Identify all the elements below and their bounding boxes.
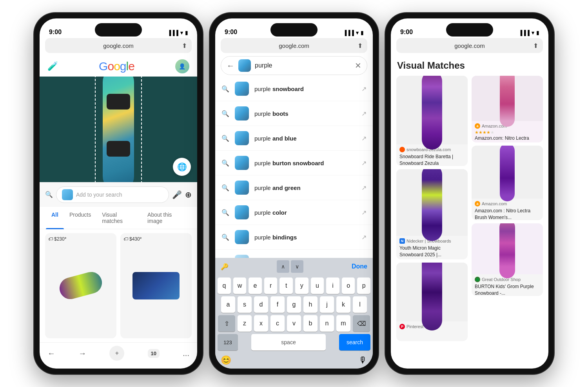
key-m[interactable]: m — [336, 315, 350, 332]
suggestion-2[interactable]: 🔍 purple and blue ↗ — [215, 126, 373, 151]
vm-title-right-2: BURTON Kids' Grom Purple Snowboard -... — [475, 283, 540, 296]
keyboard-row-1: q w e r t y u i o p — [215, 277, 373, 294]
tab-all[interactable]: All — [46, 207, 64, 229]
key-w[interactable]: w — [233, 277, 247, 294]
search-text[interactable]: purple — [255, 62, 351, 69]
snowboard-main — [103, 77, 134, 182]
key-g[interactable]: g — [287, 296, 301, 313]
key-z[interactable]: z — [238, 315, 252, 332]
keyboard-toolbar: 🔑 ∧ ∨ Done — [215, 258, 373, 275]
visual-matches-content: Visual Matches snowboard-zezula.com — [391, 56, 548, 369]
active-search-bar[interactable]: ← purple ✕ — [221, 56, 367, 75]
arrow-icon-3: ↗ — [361, 159, 367, 167]
lens-icon[interactable]: ⊕ — [185, 190, 192, 199]
done-button[interactable]: Done — [352, 263, 367, 270]
key-space[interactable]: space — [251, 334, 326, 350]
lens-search-input[interactable]: Add to your search — [56, 186, 169, 203]
vm-title-right-1: Amazon.com : Nitro Lectra Brush Women's.… — [475, 208, 540, 220]
tab-about[interactable]: About this image — [142, 207, 191, 229]
product-card-2[interactable]: 🏷 $430* — [120, 233, 192, 339]
suggestion-0[interactable]: 🔍 purple snowboard ↗ — [215, 77, 373, 101]
vm-item-right-1[interactable]: a Amazon.com Amazon.com : Nitro Lectra B… — [472, 146, 543, 220]
key-l[interactable]: l — [353, 296, 367, 313]
arrow-icon-6: ↗ — [361, 234, 367, 241]
lens-search-bar[interactable]: 🔍 Add to your search 🎤 ⊕ — [40, 182, 197, 207]
suggestion-1[interactable]: 🔍 purple boots ↗ — [215, 101, 373, 126]
key-shift[interactable]: ⇧ — [218, 315, 235, 332]
binding-bottom — [107, 141, 130, 157]
tabs-button[interactable]: 10 — [148, 349, 160, 358]
arrow-up-btn[interactable]: ∧ — [277, 260, 289, 273]
suggestion-5[interactable]: 🔍 purple color ↗ — [215, 200, 373, 225]
mic-icon[interactable]: 🎤 — [172, 190, 182, 199]
key-123[interactable]: 123 — [218, 334, 238, 350]
key-v[interactable]: v — [287, 315, 301, 332]
share-icon-2[interactable]: ⬆ — [358, 42, 363, 49]
vm-item-left-2[interactable]: P Pinterest — [396, 263, 468, 341]
emoji-icon[interactable]: 😊 — [221, 355, 231, 365]
key-i[interactable]: i — [326, 277, 339, 294]
key-q[interactable]: q — [218, 277, 231, 294]
back-arrow-icon[interactable]: ← — [227, 61, 234, 70]
share-icon-1[interactable]: ⬆ — [182, 42, 187, 49]
key-f[interactable]: f — [270, 296, 285, 313]
forward-button[interactable]: → — [78, 349, 86, 358]
suggestion-4[interactable]: 🔍 purple and green ↗ — [215, 175, 373, 200]
suggestions-list: 🔍 purple snowboard ↗ 🔍 purple boots ↗ 🔍 … — [215, 77, 373, 258]
vm-col-right: a Amazon.com ★★★★★ Amazon.com: Nitro Lec… — [472, 76, 543, 365]
arrow-down-btn[interactable]: ∨ — [291, 260, 303, 273]
google-logo: Google — [99, 60, 134, 73]
key-b[interactable]: b — [303, 315, 318, 332]
suggestion-thumb-5 — [235, 205, 249, 219]
key-o[interactable]: o — [342, 277, 355, 294]
key-p[interactable]: p — [357, 277, 370, 294]
suggestion-3[interactable]: 🔍 purple burton snowboard ↗ — [215, 151, 373, 175]
key-a[interactable]: a — [221, 296, 235, 313]
key-h[interactable]: h — [303, 296, 318, 313]
key-j[interactable]: j — [320, 296, 334, 313]
nidecker-icon: N — [399, 238, 405, 244]
address-bar-2[interactable]: google.com ⬆ — [221, 38, 367, 53]
pinterest-icon: P — [399, 324, 405, 329]
signal-icon-3: ▐▐▐ — [519, 30, 530, 36]
mic-kb-icon[interactable]: 🎙 — [359, 355, 367, 365]
vm-item-left-1[interactable]: N Nidecker | Snowboards Youth Micron Mag… — [396, 169, 468, 259]
key-e[interactable]: e — [249, 277, 262, 294]
key-r[interactable]: r — [264, 277, 278, 294]
product-card-1[interactable]: 🏷 $230* — [45, 233, 116, 339]
add-button[interactable]: + — [109, 346, 124, 361]
tab-visual[interactable]: Visual matches — [96, 207, 142, 229]
key-t[interactable]: t — [279, 277, 293, 294]
address-bar-3[interactable]: google.com ⬆ — [396, 38, 543, 53]
key-y[interactable]: y — [295, 277, 309, 294]
clear-icon[interactable]: ✕ — [355, 61, 361, 70]
key-k[interactable]: k — [336, 296, 350, 313]
suggestion-6[interactable]: 🔍 purple bindings ↗ — [215, 225, 373, 250]
key-delete[interactable]: ⌫ — [353, 315, 370, 332]
address-bar-1[interactable]: google.com ⬆ — [45, 38, 192, 53]
user-avatar[interactable]: 👤 — [175, 59, 189, 73]
share-icon-3[interactable]: ⬆ — [533, 42, 538, 49]
key-search[interactable]: search — [339, 334, 370, 350]
vm-img-right-2 — [472, 223, 543, 274]
key-d[interactable]: d — [254, 296, 268, 313]
tab-products[interactable]: Products — [64, 207, 96, 229]
vm-item-right-0[interactable]: a Amazon.com ★★★★★ Amazon.com: Nitro Lec… — [472, 76, 543, 142]
more-button[interactable]: ... — [183, 349, 189, 358]
vm-item-left-0[interactable]: snowboard-zezula.com Snowboard Ride Bare… — [396, 76, 468, 166]
suggestion-7[interactable]: 🔍 purple and yellow ↗ — [215, 250, 373, 258]
key-c[interactable]: c — [270, 315, 285, 332]
suggestion-text-1: purple boots — [254, 110, 356, 117]
lens-thumb-img — [238, 59, 251, 72]
key-x[interactable]: x — [254, 315, 268, 332]
key-u[interactable]: u — [311, 277, 324, 294]
translate-button[interactable]: 🌐 — [173, 158, 191, 176]
back-button[interactable]: ← — [47, 349, 55, 358]
phone-1: 9:00 ▐▐▐ ▾ ▮ google.com ⬆ 🧪 Google 👤 — [34, 13, 203, 374]
labs-icon[interactable]: 🧪 — [47, 61, 58, 71]
key-n[interactable]: n — [320, 315, 334, 332]
key-s[interactable]: s — [238, 296, 252, 313]
vm-item-right-2[interactable]: 🌲 Great Outdoor Shop BURTON Kids' Grom P… — [472, 223, 543, 296]
main-snowboard-shape — [103, 77, 134, 182]
keyboard-row-4: 123 space search — [215, 334, 373, 350]
